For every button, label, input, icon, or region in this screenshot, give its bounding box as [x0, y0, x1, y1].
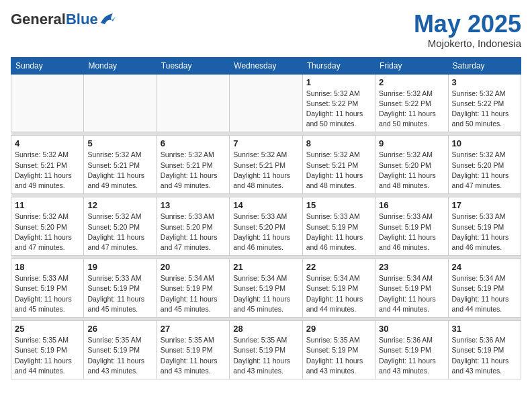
calendar-cell: 5Sunrise: 5:32 AM Sunset: 5:21 PM Daylig…: [84, 136, 157, 194]
day-info: Sunrise: 5:33 AM Sunset: 5:19 PM Dayligh…: [15, 273, 80, 314]
calendar-cell: [230, 74, 302, 132]
page-header: GeneralBlue May 2025 Mojokerto, Indonesi…: [11, 11, 521, 49]
calendar-cell: 15Sunrise: 5:33 AM Sunset: 5:19 PM Dayli…: [302, 197, 375, 256]
calendar-week-2: 4Sunrise: 5:32 AM Sunset: 5:21 PM Daylig…: [11, 136, 521, 194]
day-info: Sunrise: 5:32 AM Sunset: 5:20 PM Dayligh…: [452, 150, 517, 191]
location: Mojokerto, Indonesia: [414, 38, 521, 49]
day-number: 15: [306, 200, 371, 210]
day-number: 4: [15, 138, 80, 148]
calendar-cell: 16Sunrise: 5:33 AM Sunset: 5:19 PM Dayli…: [375, 197, 448, 256]
day-info: Sunrise: 5:35 AM Sunset: 5:19 PM Dayligh…: [161, 335, 226, 376]
weekday-header-sunday: Sunday: [11, 57, 84, 74]
day-number: 6: [161, 138, 226, 148]
day-info: Sunrise: 5:32 AM Sunset: 5:22 PM Dayligh…: [452, 89, 517, 130]
day-number: 1: [306, 77, 371, 87]
day-info: Sunrise: 5:33 AM Sunset: 5:20 PM Dayligh…: [233, 212, 298, 253]
calendar-cell: [157, 74, 229, 132]
day-number: 11: [15, 200, 80, 210]
calendar-cell: 19Sunrise: 5:33 AM Sunset: 5:19 PM Dayli…: [84, 259, 157, 318]
calendar-week-3: 11Sunrise: 5:32 AM Sunset: 5:20 PM Dayli…: [11, 197, 521, 256]
day-info: Sunrise: 5:32 AM Sunset: 5:21 PM Dayligh…: [233, 150, 298, 191]
day-info: Sunrise: 5:32 AM Sunset: 5:20 PM Dayligh…: [379, 150, 444, 191]
calendar-cell: [11, 74, 84, 132]
day-number: 17: [452, 200, 517, 210]
weekday-header-friday: Friday: [375, 57, 448, 74]
calendar-cell: 14Sunrise: 5:33 AM Sunset: 5:20 PM Dayli…: [230, 197, 302, 256]
day-number: 31: [452, 324, 517, 334]
day-number: 3: [452, 77, 517, 87]
logo-general-text: General: [11, 11, 66, 28]
logo-bird-icon: [99, 12, 118, 27]
calendar-cell: 27Sunrise: 5:35 AM Sunset: 5:19 PM Dayli…: [157, 321, 229, 379]
calendar-cell: 12Sunrise: 5:32 AM Sunset: 5:20 PM Dayli…: [84, 197, 157, 256]
title-block: May 2025 Mojokerto, Indonesia: [414, 11, 521, 49]
day-number: 16: [379, 200, 444, 210]
calendar-cell: 20Sunrise: 5:34 AM Sunset: 5:19 PM Dayli…: [157, 259, 229, 318]
calendar-week-5: 25Sunrise: 5:35 AM Sunset: 5:19 PM Dayli…: [11, 321, 521, 379]
day-number: 29: [306, 324, 371, 334]
calendar-cell: [84, 74, 157, 132]
day-number: 22: [306, 262, 371, 272]
calendar-cell: 8Sunrise: 5:32 AM Sunset: 5:21 PM Daylig…: [302, 136, 375, 194]
calendar-cell: 18Sunrise: 5:33 AM Sunset: 5:19 PM Dayli…: [11, 259, 84, 318]
calendar-cell: 26Sunrise: 5:35 AM Sunset: 5:19 PM Dayli…: [84, 321, 157, 379]
day-number: 27: [161, 324, 226, 334]
calendar-cell: 1Sunrise: 5:32 AM Sunset: 5:22 PM Daylig…: [302, 74, 375, 132]
calendar-cell: 9Sunrise: 5:32 AM Sunset: 5:20 PM Daylig…: [375, 136, 448, 194]
calendar-cell: 31Sunrise: 5:36 AM Sunset: 5:19 PM Dayli…: [448, 321, 521, 379]
day-info: Sunrise: 5:32 AM Sunset: 5:21 PM Dayligh…: [306, 150, 371, 191]
day-info: Sunrise: 5:32 AM Sunset: 5:20 PM Dayligh…: [15, 212, 80, 253]
calendar-week-1: 1Sunrise: 5:32 AM Sunset: 5:22 PM Daylig…: [11, 74, 521, 132]
day-number: 28: [233, 324, 298, 334]
calendar-cell: 17Sunrise: 5:33 AM Sunset: 5:19 PM Dayli…: [448, 197, 521, 256]
day-info: Sunrise: 5:33 AM Sunset: 5:19 PM Dayligh…: [379, 212, 444, 253]
calendar-cell: 13Sunrise: 5:33 AM Sunset: 5:20 PM Dayli…: [157, 197, 229, 256]
calendar-cell: 24Sunrise: 5:34 AM Sunset: 5:19 PM Dayli…: [448, 259, 521, 318]
day-info: Sunrise: 5:33 AM Sunset: 5:20 PM Dayligh…: [161, 212, 226, 253]
day-number: 25: [15, 324, 80, 334]
calendar-cell: 21Sunrise: 5:34 AM Sunset: 5:19 PM Dayli…: [230, 259, 302, 318]
day-info: Sunrise: 5:33 AM Sunset: 5:19 PM Dayligh…: [87, 273, 152, 314]
day-info: Sunrise: 5:33 AM Sunset: 5:19 PM Dayligh…: [452, 212, 517, 253]
day-number: 2: [379, 77, 444, 87]
day-number: 10: [452, 138, 517, 148]
day-info: Sunrise: 5:34 AM Sunset: 5:19 PM Dayligh…: [379, 273, 444, 314]
calendar-cell: 11Sunrise: 5:32 AM Sunset: 5:20 PM Dayli…: [11, 197, 84, 256]
day-info: Sunrise: 5:34 AM Sunset: 5:19 PM Dayligh…: [452, 273, 517, 314]
calendar-cell: 23Sunrise: 5:34 AM Sunset: 5:19 PM Dayli…: [375, 259, 448, 318]
day-number: 9: [379, 138, 444, 148]
day-number: 19: [87, 262, 152, 272]
day-number: 21: [233, 262, 298, 272]
day-number: 30: [379, 324, 444, 334]
day-number: 24: [452, 262, 517, 272]
logo: GeneralBlue: [11, 11, 118, 28]
calendar-week-4: 18Sunrise: 5:33 AM Sunset: 5:19 PM Dayli…: [11, 259, 521, 318]
calendar-cell: 25Sunrise: 5:35 AM Sunset: 5:19 PM Dayli…: [11, 321, 84, 379]
day-info: Sunrise: 5:35 AM Sunset: 5:19 PM Dayligh…: [87, 335, 152, 376]
day-info: Sunrise: 5:32 AM Sunset: 5:22 PM Dayligh…: [379, 89, 444, 130]
calendar-cell: 7Sunrise: 5:32 AM Sunset: 5:21 PM Daylig…: [230, 136, 302, 194]
day-info: Sunrise: 5:34 AM Sunset: 5:19 PM Dayligh…: [233, 273, 298, 314]
logo-blue-text: Blue: [66, 11, 98, 28]
calendar-cell: 3Sunrise: 5:32 AM Sunset: 5:22 PM Daylig…: [448, 74, 521, 132]
calendar-cell: 2Sunrise: 5:32 AM Sunset: 5:22 PM Daylig…: [375, 74, 448, 132]
day-info: Sunrise: 5:32 AM Sunset: 5:22 PM Dayligh…: [306, 89, 371, 130]
day-info: Sunrise: 5:35 AM Sunset: 5:19 PM Dayligh…: [15, 335, 80, 376]
calendar-cell: 29Sunrise: 5:35 AM Sunset: 5:19 PM Dayli…: [302, 321, 375, 379]
day-number: 14: [233, 200, 298, 210]
calendar-cell: 22Sunrise: 5:34 AM Sunset: 5:19 PM Dayli…: [302, 259, 375, 318]
weekday-header-tuesday: Tuesday: [157, 57, 229, 74]
day-number: 13: [161, 200, 226, 210]
calendar-cell: 28Sunrise: 5:35 AM Sunset: 5:19 PM Dayli…: [230, 321, 302, 379]
day-number: 26: [87, 324, 152, 334]
month-title: May 2025: [414, 11, 521, 38]
day-info: Sunrise: 5:32 AM Sunset: 5:21 PM Dayligh…: [87, 150, 152, 191]
day-info: Sunrise: 5:32 AM Sunset: 5:20 PM Dayligh…: [87, 212, 152, 253]
day-number: 20: [161, 262, 226, 272]
day-info: Sunrise: 5:36 AM Sunset: 5:19 PM Dayligh…: [452, 335, 517, 376]
day-number: 12: [87, 200, 152, 210]
calendar-table: SundayMondayTuesdayWednesdayThursdayFrid…: [11, 57, 521, 379]
day-info: Sunrise: 5:34 AM Sunset: 5:19 PM Dayligh…: [161, 273, 226, 314]
day-number: 8: [306, 138, 371, 148]
weekday-header-saturday: Saturday: [448, 57, 521, 74]
